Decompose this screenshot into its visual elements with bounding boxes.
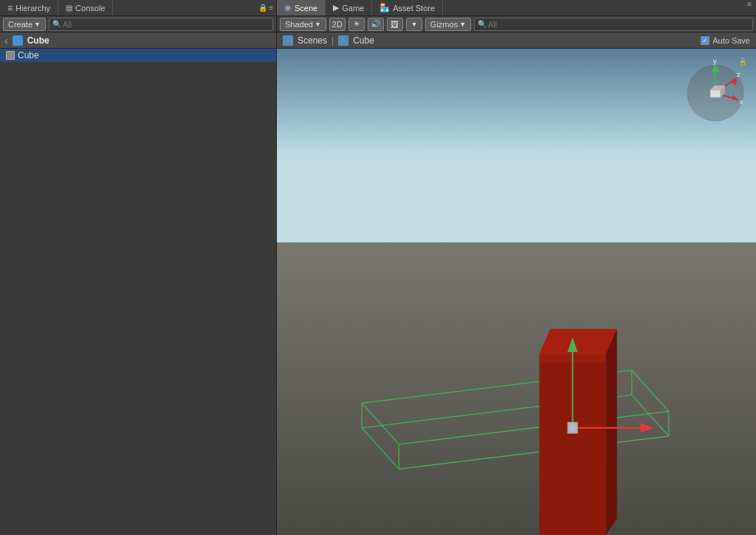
- svg-text:x: x: [740, 98, 743, 106]
- tab-console-label: Console: [75, 4, 105, 13]
- shading-chevron: ▼: [315, 21, 321, 28]
- scene-panel-menu[interactable]: ≡: [743, 0, 756, 15]
- hierarchy-search[interactable]: 🔍: [49, 18, 273, 31]
- scene-search-icon: 🔍: [478, 20, 487, 28]
- auto-save-label: Auto Save: [712, 36, 750, 45]
- panel-menu-icon[interactable]: ≡: [269, 4, 273, 12]
- hierarchy-breadcrumb: ‹ Cube: [0, 32, 276, 49]
- breadcrumb-separator: |: [331, 35, 334, 46]
- lock-icon: 🔒: [258, 4, 267, 12]
- mode-2d-label: 2D: [332, 20, 343, 29]
- console-icon: ▤: [66, 4, 72, 12]
- cube-object-icon: [6, 51, 15, 60]
- hierarchy-toolbar: Create ▼ 🔍: [0, 16, 276, 32]
- lighting-button[interactable]: ☀: [348, 18, 365, 31]
- gizmo-lock-icon: 🔒: [738, 58, 747, 66]
- audio-button[interactable]: 🔊: [368, 18, 384, 31]
- scene-toolbar: Shaded ▼ 2D ☀ 🔊 🖼 ▼ Gizmos ▼: [277, 16, 756, 32]
- gizmos-label: Gizmos: [430, 20, 458, 29]
- mode-2d-button[interactable]: 2D: [329, 18, 346, 31]
- scene-breadcrumb-bar: Scenes | Cube ✓ Auto Save: [277, 32, 756, 49]
- scene-breadcrumb-scenes[interactable]: Scenes: [298, 35, 327, 46]
- gizmos-dropdown[interactable]: Gizmos ▼: [425, 18, 471, 31]
- scene-viewport[interactable]: y z x 🔒 Persp: [277, 49, 756, 535]
- hierarchy-search-input[interactable]: [63, 20, 269, 29]
- shading-label: Shaded: [285, 20, 313, 29]
- effects-icon: 🖼: [391, 20, 399, 29]
- auto-save-container: ✓ Auto Save: [701, 36, 750, 45]
- audio-icon: 🔊: [371, 19, 381, 29]
- create-label: Create: [8, 20, 32, 29]
- search-icon: 🔍: [52, 20, 61, 28]
- svg-marker-16: [606, 329, 617, 535]
- tab-hierarchy[interactable]: ≡ Hierarchy: [0, 0, 58, 15]
- svg-rect-1: [277, 242, 756, 535]
- tab-asset-store-label: Asset Store: [393, 4, 435, 13]
- game-tab-icon: ▶: [333, 3, 339, 13]
- hierarchy-item-cube-label: Cube: [18, 50, 39, 61]
- tab-console[interactable]: ▤ Console: [58, 0, 113, 15]
- tab-asset-store[interactable]: 🏪 Asset Store: [372, 0, 443, 15]
- tab-scene-label: Scene: [295, 4, 317, 13]
- tab-scene[interactable]: ◉ Scene: [277, 0, 326, 15]
- hierarchy-breadcrumb-title: Cube: [27, 35, 49, 46]
- asset-store-tab-icon: 🏪: [379, 3, 390, 13]
- svg-text:z: z: [737, 71, 740, 78]
- tab-hierarchy-label: Hierarchy: [16, 4, 50, 13]
- scene-tab-icon: ◉: [284, 3, 292, 13]
- hierarchy-item-cube[interactable]: Cube: [0, 49, 276, 62]
- scenes-icon: [283, 35, 293, 46]
- tab-game[interactable]: ▶ Game: [326, 0, 372, 15]
- scene-breadcrumb-cube[interactable]: Cube: [353, 35, 374, 46]
- tab-game-label: Game: [342, 4, 364, 13]
- gizmos-chevron: ▼: [459, 21, 466, 28]
- svg-text:y: y: [713, 58, 717, 65]
- svg-marker-15: [540, 329, 617, 354]
- perspective-label: Persp: [722, 130, 741, 138]
- hierarchy-content: Cube: [0, 49, 276, 535]
- hierarchy-icon: ≡: [7, 3, 13, 13]
- shading-dropdown[interactable]: Shaded ▼: [280, 18, 326, 31]
- create-button[interactable]: Create ▼: [3, 18, 46, 31]
- create-chevron: ▼: [34, 21, 41, 28]
- sun-icon: ☀: [353, 19, 360, 29]
- scene-search[interactable]: 🔍: [474, 18, 753, 31]
- effects-button[interactable]: 🖼: [387, 18, 403, 31]
- svg-marker-31: [710, 90, 721, 97]
- cube-icon: [13, 35, 23, 46]
- auto-save-checkbox[interactable]: ✓: [701, 36, 709, 45]
- cube-scene-icon: [338, 35, 348, 46]
- orientation-gizmo[interactable]: y z x: [682, 56, 749, 122]
- svg-rect-23: [568, 422, 578, 434]
- scene-search-input[interactable]: [488, 20, 749, 29]
- back-button[interactable]: ‹: [4, 35, 8, 46]
- effects-chevron-btn[interactable]: ▼: [406, 18, 422, 31]
- effects-chevron: ▼: [410, 21, 417, 28]
